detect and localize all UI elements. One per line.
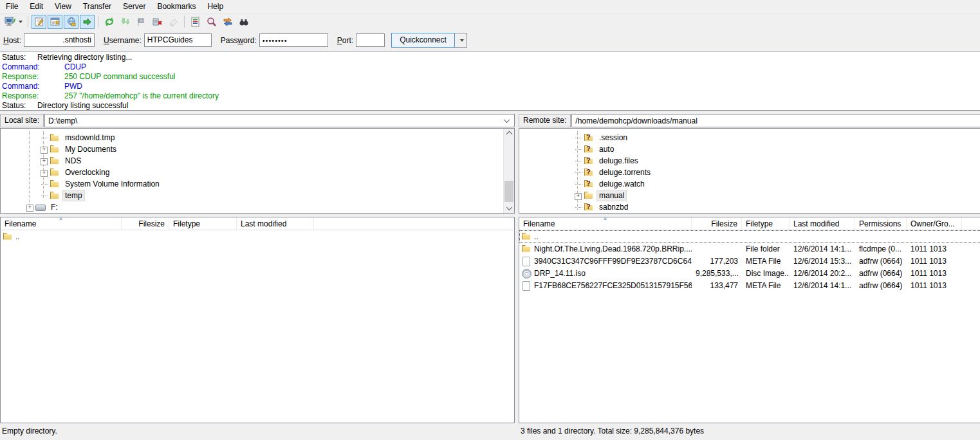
tree-expander[interactable] — [573, 133, 584, 143]
tree-item[interactable]: manual — [573, 190, 980, 201]
process-queue-button[interactable] — [118, 15, 133, 29]
toggle-local-tree-button[interactable] — [48, 15, 62, 29]
menu-item[interactable]: Transfer — [77, 0, 117, 13]
directory-listing-filter-button[interactable] — [188, 15, 203, 29]
tree-item[interactable]: System Volume Information — [39, 178, 514, 190]
toggle-message-log-button[interactable] — [32, 15, 46, 29]
log-line-text: 257 "/home/demohcp" is the current direc… — [64, 91, 219, 101]
tree-item[interactable]: deluge.files — [573, 155, 980, 167]
column-header[interactable]: Last modified — [790, 217, 855, 230]
cancel-button[interactable] — [134, 15, 149, 29]
remote-site-path: /home/demohcp/downloads/manual — [575, 116, 697, 125]
menu-item[interactable]: File — [0, 0, 24, 13]
disc-icon — [521, 268, 532, 279]
tree-item-label: F: — [48, 201, 60, 213]
column-header[interactable]: Permissions — [855, 217, 907, 230]
tree-expander[interactable] — [39, 133, 50, 143]
tree-item[interactable]: auto — [573, 143, 980, 155]
find-files-button[interactable] — [236, 15, 251, 29]
tree-expander[interactable] — [573, 190, 584, 201]
site-manager-button[interactable] — [3, 15, 24, 29]
menu-item[interactable]: Help — [201, 0, 229, 13]
file-row[interactable]: DRP_14.11.iso 9,285,533,... Disc Image..… — [519, 267, 980, 279]
drive-icon — [35, 202, 46, 212]
tree-item[interactable]: temp — [39, 190, 514, 201]
column-header[interactable]: Filename — [519, 217, 692, 230]
column-header[interactable]: Filesize — [692, 217, 742, 230]
log-line-type: Command: — [2, 82, 64, 91]
directory-comparison-button[interactable] — [204, 15, 219, 29]
tree-item[interactable]: My Documents — [39, 143, 514, 155]
tree-item[interactable]: msdownld.tmp — [39, 132, 514, 143]
synchronized-browsing-button[interactable] — [220, 15, 235, 29]
file-owner: 1011 1013 — [907, 244, 962, 253]
quickconnect-button[interactable]: Quickconnect — [391, 33, 455, 48]
remote-site-path-combo[interactable]: /home/demohcp/downloads/manual — [571, 114, 980, 127]
file-modified: 12/6/2014 14:1... — [790, 281, 855, 290]
log-line-type: Status: — [2, 53, 37, 62]
column-header[interactable]: Filetype — [169, 217, 237, 230]
file-row[interactable]: 3940C31C347C96FFF99DF9E23787CD6C648F... … — [519, 255, 980, 267]
local-tree-icon — [50, 17, 60, 27]
local-site-bar: Local site: D:\temp\ — [0, 113, 515, 128]
column-header[interactable]: Owner/Gro... — [907, 217, 962, 230]
menu-item[interactable]: Bookmarks — [151, 0, 201, 13]
log-line: Status: Directory listing successful — [2, 101, 978, 111]
toggle-remote-tree-button[interactable] — [64, 15, 79, 29]
tree-expander[interactable] — [573, 179, 584, 189]
tree-item[interactable]: F: — [25, 201, 514, 213]
tree-item[interactable]: sabnzbd — [573, 201, 980, 213]
find-files-icon — [239, 17, 249, 27]
tree-item[interactable]: deluge.torrents — [573, 167, 980, 178]
tree-expander[interactable] — [573, 144, 584, 154]
password-input[interactable]: •••••••• — [259, 33, 328, 47]
tree-expander[interactable] — [39, 167, 50, 178]
local-tree-scrollbar[interactable] — [503, 129, 514, 213]
password-label: Password: — [221, 36, 257, 45]
tree-expander[interactable] — [39, 156, 50, 166]
file-permissions: adfrw (0664) — [855, 257, 907, 266]
port-input[interactable] — [356, 33, 385, 47]
reconnect-button[interactable] — [166, 15, 181, 29]
quickconnect-dropdown-button[interactable] — [455, 33, 467, 48]
menu-item[interactable]: View — [49, 0, 77, 13]
column-header[interactable]: Filetype — [742, 217, 790, 230]
host-input[interactable]: .snthosti — [24, 33, 95, 47]
local-site-path-combo[interactable]: D:\temp\ — [44, 114, 515, 127]
tree-expander[interactable] — [39, 144, 50, 154]
tree-item[interactable]: Overclocking — [39, 167, 514, 178]
file-row[interactable]: F17FB68CE756227FCE325D0513157915F5634...… — [519, 279, 980, 291]
toggle-transfer-queue-button[interactable] — [80, 15, 95, 29]
file-row[interactable]: Night.Of.The.Living.Dead.1968.720p.BRRip… — [519, 243, 980, 255]
tree-item-label: auto — [596, 143, 616, 155]
column-header[interactable]: Filesize — [122, 217, 169, 230]
local-site-path: D:\temp\ — [48, 116, 77, 125]
file-row[interactable]: .. — [1, 230, 514, 243]
tree-expander[interactable] — [573, 167, 584, 178]
disconnect-button[interactable] — [150, 15, 165, 29]
tree-item[interactable]: NDS — [39, 155, 514, 167]
tree-expander[interactable] — [573, 156, 584, 166]
file-size: 177,203 — [692, 257, 742, 266]
log-line-text: Retrieving directory listing... — [37, 53, 132, 62]
scrollbar-thumb[interactable] — [504, 181, 513, 202]
tree-item[interactable]: deluge.watch — [573, 178, 980, 190]
local-file-list: Filename Filesize Filetype Last modified… — [0, 217, 515, 423]
menu-item[interactable]: Edit — [24, 0, 49, 13]
tree-expander[interactable] — [25, 202, 35, 212]
column-header[interactable]: Last modified — [237, 217, 314, 230]
tree-expander[interactable] — [573, 202, 584, 212]
refresh-icon — [104, 17, 115, 27]
scroll-up-icon[interactable] — [504, 129, 515, 139]
refresh-button[interactable] — [102, 15, 116, 29]
directory-comparison-icon — [207, 17, 217, 27]
column-header[interactable]: Filename — [1, 217, 122, 230]
tree-expander[interactable] — [39, 190, 50, 201]
file-owner: 1011 1013 — [907, 257, 962, 266]
file-row[interactable]: .. — [519, 230, 980, 243]
username-input[interactable]: HTPCGuides — [144, 33, 212, 47]
tree-item[interactable]: .session — [573, 132, 980, 143]
tree-expander[interactable] — [39, 179, 50, 189]
menu-item[interactable]: Server — [117, 0, 151, 13]
scroll-down-icon[interactable] — [504, 203, 515, 213]
